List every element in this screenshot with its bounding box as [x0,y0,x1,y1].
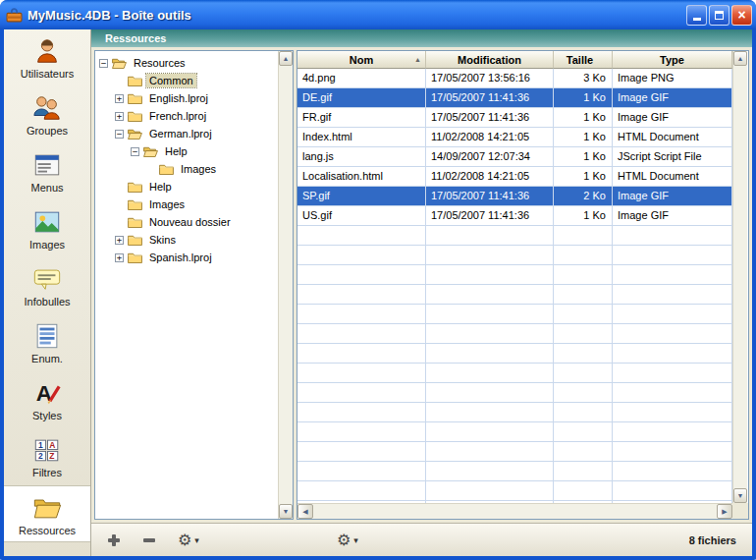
tree-item-french-lproj[interactable]: + French.lproj [95,107,278,125]
tree-actions-button[interactable]: ⚙ ▾ [174,531,203,550]
cell-modification [426,344,554,364]
cell-nom: Localisation.html [297,167,426,187]
cell-type [613,422,732,442]
expand-plus-icon[interactable]: + [115,236,124,245]
tree-scroll-up-button[interactable]: ▲ [279,51,293,66]
expand-plus-icon[interactable]: + [115,253,124,262]
remove-button[interactable] [138,532,160,549]
table-horizontal-scrollbar[interactable]: ◀ ▶ [297,503,732,519]
folder-closed-icon [128,234,142,246]
arrow-down-icon: ▼ [283,508,290,515]
table-row-Index.html[interactable]: Index.html 11/02/2008 14:21:05 1 Ko HTML… [297,128,732,147]
folder-closed-icon [128,110,142,122]
cell-taille: 1 Ko [554,206,613,226]
cell-taille [554,383,613,403]
tree-item-skins[interactable]: + Skins [95,231,278,249]
table-scroll-right-button[interactable]: ▶ [717,504,732,519]
cell-nom: lang.js [297,147,426,167]
tree-scroll-down-button[interactable]: ▼ [279,504,293,519]
folder-closed-icon [128,216,142,228]
sidebar-item-label: Groupes [27,125,68,137]
table-scroll-down-button[interactable]: ▼ [733,488,747,503]
cell-modification [426,442,554,462]
cell-modification: 17/05/2007 11:41:36 [426,206,554,226]
table-row-4d.png[interactable]: 4d.png 17/05/2007 13:56:16 3 Ko Image PN… [297,69,732,88]
tree-item-common[interactable]: Common [95,72,278,89]
sidebar-item-label: Enum. [31,353,63,364]
cell-type [613,364,732,383]
table-row-SP.gif[interactable]: SP.gif 17/05/2007 11:41:36 2 Ko Image GI… [297,187,732,206]
tree-vertical-scrollbar[interactable]: ▲ ▼ [278,51,293,519]
tree-item-images[interactable]: Images [95,196,278,213]
titlebar[interactable]: MyMusic.4DB - Boîte outils × [0,0,756,29]
table-row-empty [297,383,732,403]
sidebar-item-styles[interactable]: Styles [4,371,90,428]
tree-item-help[interactable]: − Help [95,142,278,160]
table-row-lang.js[interactable]: lang.js 14/09/2007 12:07:34 1 Ko JScript… [297,147,732,167]
collapse-minus-icon[interactable]: − [99,59,108,68]
table-vscroll-track[interactable] [733,66,747,488]
tree-item-spanish-lproj[interactable]: + Spanish.lproj [95,249,278,266]
table-hscroll-track[interactable] [313,504,717,519]
cell-type [613,403,732,422]
expand-plus-icon[interactable]: + [115,94,124,103]
expand-plus-icon[interactable]: + [115,112,124,121]
sidebar-item-utilisateurs[interactable]: Utilisateurs [4,29,90,86]
sidebar-item-ressources[interactable]: Ressources [4,485,90,542]
tree-panel: − Resources Common + English.lproj + Fre… [94,50,294,520]
cell-modification: 17/05/2007 11:41:36 [426,108,554,128]
cell-modification [426,481,554,501]
column-header-modification[interactable]: Modification [426,51,554,69]
table-scroll-up-button[interactable]: ▲ [733,51,747,66]
collapse-minus-icon[interactable]: − [131,147,139,156]
styles-icon [32,378,62,408]
groups-icon [32,93,62,123]
cell-modification [426,246,554,265]
sidebar-item-filtres[interactable]: Filtres [4,428,90,485]
tree-item-german-lproj[interactable]: − German.lproj [95,125,278,142]
sidebar-item-enum[interactable]: Enum. [4,314,90,371]
cell-nom [297,403,426,422]
table-row-empty [297,305,732,324]
tree-indent [99,151,131,152]
table-row-Localisation.html[interactable]: Localisation.html 11/02/2008 14:21:05 1 … [297,167,732,187]
table-row-empty [297,481,732,501]
sidebar-item-menus[interactable]: Menus [4,143,90,200]
tree-item-english-lproj[interactable]: + English.lproj [95,89,278,107]
table-row-US.gif[interactable]: US.gif 17/05/2007 11:41:36 1 Ko Image GI… [297,206,732,226]
cell-taille [554,462,613,481]
minimize-button[interactable] [686,5,707,26]
tree-item-label: Help [162,144,190,158]
tree-item-label: English.lproj [146,91,211,105]
close-button[interactable]: × [731,5,752,26]
tree-item-resources[interactable]: − Resources [95,54,278,72]
table-row-empty [297,226,732,246]
tree-item-nouveau-dossier[interactable]: Nouveau dossier [95,213,278,231]
sidebar-item-images[interactable]: Images [4,200,90,257]
sidebar-item-groupes[interactable]: Groupes [4,86,90,143]
maximize-button[interactable] [709,5,729,26]
table-vertical-scrollbar[interactable]: ▲ ▼ [732,51,747,503]
list-actions-button[interactable]: ⚙ ▾ [333,531,362,550]
column-header-type[interactable]: Type [613,51,732,69]
sidebar-item-label: Infobulles [24,296,70,308]
column-header-taille[interactable]: Taille [554,51,613,69]
collapse-minus-icon[interactable]: − [115,130,124,139]
sidebar-item-infobulles[interactable]: Infobulles [4,257,90,314]
add-button[interactable] [103,532,125,549]
table-scroll-left-button[interactable]: ◀ [297,504,313,519]
cell-nom [297,344,426,364]
table-row-FR.gif[interactable]: FR.gif 17/05/2007 11:41:36 1 Ko Image GI… [297,108,732,128]
column-header-nom[interactable]: Nom ▲ [297,51,426,69]
app-window: MyMusic.4DB - Boîte outils × Utilisateur… [0,0,756,560]
cell-type [613,226,732,246]
cell-taille: 1 Ko [554,88,613,108]
tree-item-label: Images [178,162,219,176]
tree-scroll-track[interactable] [279,66,293,504]
tree-item-images[interactable]: Images [95,160,278,178]
close-icon: × [737,8,745,22]
cell-type [613,383,732,403]
table-row-DE.gif[interactable]: DE.gif 17/05/2007 11:41:36 1 Ko Image GI… [297,88,732,108]
cell-nom [297,422,426,442]
tree-item-help[interactable]: Help [95,178,278,196]
